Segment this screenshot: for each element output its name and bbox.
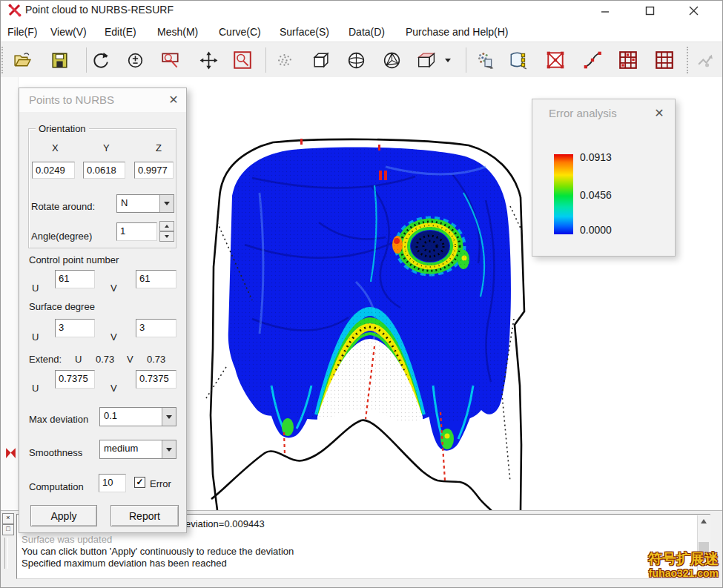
- orientation-x-field[interactable]: 0.0249: [32, 162, 75, 179]
- u-label: U: [32, 383, 39, 394]
- smoothness-label: Smoothness: [29, 447, 82, 458]
- zoom-extents-button[interactable]: [229, 47, 256, 73]
- close-button[interactable]: [677, 0, 710, 21]
- y-axis-label: Y: [103, 142, 110, 153]
- apply-button[interactable]: Apply: [30, 505, 97, 526]
- error-checkbox-label: Error: [150, 478, 171, 489]
- surface-degree-v-field[interactable]: 3: [136, 319, 176, 337]
- left-gutter: [0, 77, 19, 510]
- combo-arrow-button[interactable]: [159, 195, 174, 212]
- log-line-updated: Surface was updated: [22, 534, 112, 545]
- extend-v-field[interactable]: 0.7375: [136, 370, 176, 389]
- window-title: Point cloud to NURBS-RESURF: [25, 4, 174, 16]
- error-checkbox[interactable]: ✓: [134, 477, 145, 488]
- control-point-u-field[interactable]: 61: [55, 270, 95, 288]
- orientation-legend: Orientation: [36, 123, 89, 134]
- spinner-down-button[interactable]: [159, 231, 174, 242]
- grid-icon: [654, 50, 675, 70]
- red-x-icon[interactable]: [4, 446, 17, 459]
- menu-surface[interactable]: Surface(S): [277, 24, 332, 39]
- dialog-title-bar[interactable]: Points to NURBS ✕: [19, 88, 186, 112]
- toolbar-separator: [86, 47, 87, 73]
- menu-mesh[interactable]: Mesh(M): [154, 24, 201, 39]
- save-floppy-icon: [50, 50, 70, 70]
- rotate-icon: [91, 50, 111, 70]
- cloud-to-mesh-button[interactable]: [472, 47, 498, 73]
- sphere-icon: [346, 50, 366, 70]
- surface-degree-u-field[interactable]: 3: [55, 319, 95, 337]
- menu-view[interactable]: View(V): [47, 24, 90, 39]
- chevron-down-icon: [166, 415, 172, 422]
- dropdown-arrow-icon: [445, 59, 451, 65]
- display-mode-dropdown[interactable]: [440, 47, 455, 73]
- scroll-up-button[interactable]: [698, 515, 710, 527]
- scroll-up-icon: [701, 516, 707, 523]
- menu-file[interactable]: File(F): [4, 24, 40, 39]
- menu-purchase-help[interactable]: Purchase and Help(H): [403, 24, 512, 39]
- error-scale-min: 0.0000: [580, 224, 612, 236]
- box-display-button[interactable]: [307, 47, 334, 73]
- log-drag-handle[interactable]: [4, 538, 8, 569]
- control-grid-button[interactable]: [615, 47, 641, 73]
- control-point-v-field[interactable]: 61: [136, 270, 176, 288]
- combo-arrow-button[interactable]: [162, 408, 176, 426]
- shaded-sphere-button[interactable]: [343, 47, 369, 73]
- zoom-button[interactable]: [122, 47, 148, 73]
- mesh-sphere-button[interactable]: [378, 47, 405, 73]
- pan-button[interactable]: [195, 47, 222, 73]
- angle-spinner: [159, 221, 174, 242]
- quad-patch-button[interactable]: [542, 47, 569, 73]
- minimize-button[interactable]: [589, 0, 621, 21]
- bounding-box-icon: [415, 50, 437, 70]
- snap-button[interactable]: [692, 47, 719, 73]
- maximize-button[interactable]: [633, 0, 666, 21]
- fit-curve-button[interactable]: [579, 47, 606, 73]
- angle-field[interactable]: 1: [116, 222, 157, 241]
- log-dock-button[interactable]: □: [2, 524, 14, 535]
- zoom-window-button[interactable]: [157, 47, 184, 73]
- extend-u-caption: U: [75, 354, 82, 365]
- toolbar-drag-handle[interactable]: [1, 47, 5, 73]
- menu-curve[interactable]: Curve(C): [216, 24, 264, 39]
- spinner-up-button[interactable]: [159, 221, 174, 231]
- toolbar-separator-dotted: [687, 47, 690, 73]
- mesh-sphere-icon: [382, 50, 402, 70]
- point-cloud-icon: [275, 50, 295, 70]
- rotate-around-combo[interactable]: N: [116, 194, 174, 213]
- combo-arrow-button[interactable]: [162, 440, 176, 458]
- log-line-reached: Specified maximum deviation has been rea…: [22, 558, 227, 569]
- zoom-extents-icon: [232, 50, 253, 70]
- pan-arrows-icon: [199, 50, 219, 70]
- rotate-view-button[interactable]: [88, 47, 114, 73]
- bounding-box-button[interactable]: [412, 47, 439, 73]
- smoothness-combo[interactable]: medium: [99, 440, 176, 459]
- extend-u-field[interactable]: 0.7375: [55, 370, 95, 389]
- menu-edit[interactable]: Edit(E): [102, 24, 139, 39]
- zoom-in-out-icon: [125, 50, 145, 70]
- surface-degree-label: Surface degree: [29, 301, 95, 312]
- spinner-up-icon: [165, 222, 169, 228]
- dialog-close-button[interactable]: ✕: [167, 93, 180, 107]
- extend-u-info: 0.73: [96, 354, 114, 365]
- extend-v-caption: V: [127, 354, 133, 365]
- max-deviation-value: 0.1: [100, 408, 162, 426]
- log-close-button[interactable]: ×: [2, 513, 14, 524]
- v-label: V: [110, 283, 117, 294]
- cube-icon: [311, 50, 331, 70]
- error-panel-close-button[interactable]: ✕: [653, 107, 666, 120]
- x-axis-label: X: [52, 142, 59, 153]
- orientation-y-field[interactable]: 0.0618: [83, 162, 125, 179]
- point-cloud-display-button[interactable]: [271, 47, 298, 73]
- save-button[interactable]: [46, 47, 73, 73]
- open-button[interactable]: [9, 47, 36, 73]
- minimize-icon: [601, 6, 610, 15]
- v-label: V: [110, 331, 117, 343]
- computation-field[interactable]: 10: [99, 474, 126, 492]
- mesh-to-surface-button[interactable]: [505, 47, 532, 73]
- rotate-around-label: Rotate around:: [31, 201, 95, 212]
- grid-button[interactable]: [651, 47, 678, 73]
- orientation-z-field[interactable]: 0.9977: [134, 162, 174, 179]
- menu-data[interactable]: Data(D): [346, 24, 388, 39]
- max-deviation-combo[interactable]: 0.1: [99, 407, 176, 426]
- report-button[interactable]: Report: [110, 505, 179, 526]
